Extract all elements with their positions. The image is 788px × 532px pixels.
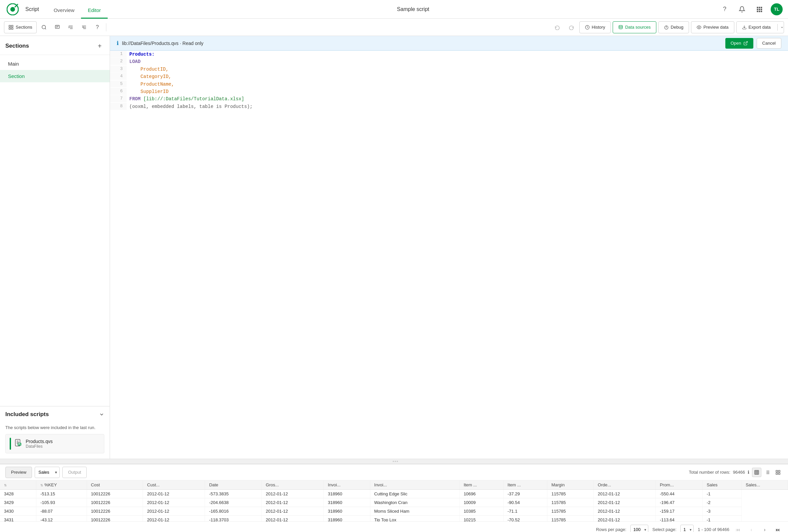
readonly-cancel-button[interactable]: Cancel [757, 38, 781, 49]
table-cell-2-7: Moms Sliced Ham [370, 507, 459, 516]
preview-button[interactable]: Preview [5, 467, 32, 478]
select-page-label: Select page: [652, 527, 676, 532]
table-cell-0-3: 2012-01-12 [143, 490, 205, 498]
indent-icon-btn[interactable] [65, 21, 77, 33]
line-number: 7 [110, 95, 127, 102]
line-code: FROM [lib://:DataFiles/TutorialData.xlsx… [127, 95, 788, 103]
total-rows-value: 96466 [733, 470, 745, 475]
add-section-button[interactable]: + [95, 41, 104, 50]
resize-handle[interactable] [0, 459, 788, 464]
tab-editor[interactable]: Editor [81, 3, 107, 19]
table-cell-1-4: -204.6638 [205, 498, 262, 507]
table-view-icons [752, 468, 783, 477]
svg-line-38 [745, 41, 747, 43]
main-layout: Sections + Main Section Included scripts… [0, 36, 788, 459]
rows-per-page-select[interactable]: 100 [630, 525, 648, 532]
table-compact-view-icon[interactable] [752, 468, 761, 477]
script-file-name: Products.qvs [26, 439, 53, 444]
svg-point-40 [395, 461, 396, 462]
table-cell-1-5: 2012-01-12 [262, 498, 324, 507]
table-cell-2-4: -165.8016 [205, 507, 262, 516]
col-header-4: Gros... [262, 480, 324, 490]
table-list-view-icon[interactable] [763, 468, 772, 477]
line-number: 8 [110, 103, 127, 110]
debug-button[interactable]: Debug [658, 21, 689, 33]
help-toolbar-icon[interactable]: ? [91, 21, 103, 33]
table-cell-0-7: Cutting Edge Slic [370, 490, 459, 498]
script-title: Sample script [113, 6, 713, 12]
rows-per-page-select-wrapper: 100 [630, 525, 648, 532]
undo-icon-btn[interactable] [551, 21, 563, 33]
code-editor[interactable]: 1Products:2LOAD3 ProductID,4 CategoryID,… [110, 50, 788, 459]
table-cell-0-13: -1 [702, 490, 741, 498]
sidebar-sections-header: Sections + [0, 36, 110, 55]
nav-right: ? TL [719, 3, 783, 15]
grid-icon[interactable] [753, 3, 765, 15]
code-line-5: 5 ProductName, [110, 81, 788, 88]
table-cell-2-3: 2012-01-12 [143, 507, 205, 516]
avatar[interactable]: TL [771, 3, 783, 15]
sidebar-item-section[interactable]: Section [0, 70, 110, 82]
script-file-item[interactable]: Products.qvs DataFiles [5, 434, 104, 453]
script-file-icon [14, 439, 22, 449]
table-row: 3431-43.12100122262012-01-12-118.3703201… [0, 516, 788, 522]
tab-overview[interactable]: Overview [47, 3, 81, 19]
sections-button[interactable]: Sections [4, 21, 37, 33]
table-cell-0-8: 10696 [459, 490, 503, 498]
line-number: 2 [110, 58, 127, 65]
sidebar-item-main[interactable]: Main [0, 58, 110, 70]
history-button[interactable]: History [579, 21, 611, 33]
code-line-8: 8(ooxml, embedded labels, table is Produ… [110, 103, 788, 110]
top-nav: Script Overview Editor Sample script ? T… [0, 0, 788, 19]
page-select[interactable]: 1 [680, 525, 694, 532]
svg-rect-4 [759, 7, 760, 8]
included-scripts-desc: The scripts below were included in the l… [5, 425, 104, 430]
comment-icon-btn[interactable] [51, 21, 63, 33]
bell-icon[interactable] [736, 3, 748, 15]
svg-rect-18 [55, 25, 59, 28]
readonly-open-button[interactable]: Open [725, 38, 753, 49]
export-data-button[interactable]: Export data [737, 22, 776, 33]
help-icon[interactable]: ? [719, 3, 731, 15]
table-cell-2-11: 2012-01-12 [594, 507, 656, 516]
table-cell-2-8: 10385 [459, 507, 503, 516]
data-table-container[interactable]: ⇅⇅%KEYCostCust...DateGros...Invoi...Invo… [0, 480, 788, 521]
preview-data-button[interactable]: Preview data [691, 21, 734, 33]
table-cell-0-10: 115785 [547, 490, 594, 498]
line-code: Products: [127, 50, 788, 58]
first-page-button[interactable]: ⏮ [733, 525, 743, 532]
last-page-button[interactable]: ⏭ [773, 525, 783, 532]
included-scripts-header[interactable]: Included scripts [0, 406, 110, 423]
table-cell-2-0: 3430 [0, 507, 36, 516]
code-line-4: 4 CategoryID, [110, 73, 788, 80]
svg-point-28 [619, 25, 623, 27]
preview-right: Total number of rows: 96466 ℹ [689, 468, 783, 477]
table-cell-2-5: 2012-01-12 [262, 507, 324, 516]
table-cell-3-7: Tip Top Lox [370, 516, 459, 522]
table-cell-1-12: -196.47 [656, 498, 703, 507]
editor-area: ℹ lib://DataFiles/Products.qvs · Read on… [110, 36, 788, 459]
readonly-info-icon: ℹ [117, 40, 119, 46]
table-grid-view-icon[interactable] [773, 468, 783, 477]
table-cell-0-2: 10012226 [87, 490, 143, 498]
table-select[interactable]: Sales [35, 467, 60, 478]
svg-rect-56 [778, 473, 780, 474]
search-icon-btn[interactable] [38, 21, 50, 33]
redo-icon-btn[interactable] [565, 21, 577, 33]
data-sources-button[interactable]: Data sources [613, 21, 656, 33]
prev-page-button[interactable]: ‹ [747, 525, 756, 532]
line-code: LOAD [127, 58, 788, 65]
outdent-icon-btn[interactable] [78, 21, 90, 33]
preview-toolbar: Preview Sales Output Total number of row… [0, 464, 788, 480]
export-dropdown-arrow[interactable] [777, 24, 784, 30]
table-cell-3-13: -1 [702, 516, 741, 522]
table-cell-1-1: -105.93 [36, 498, 87, 507]
line-code: ProductName, [127, 81, 788, 88]
line-code: SupplierID [127, 88, 788, 95]
toolbar: Sections ? [0, 19, 788, 36]
svg-rect-7 [759, 9, 760, 10]
svg-rect-12 [9, 25, 11, 27]
output-button[interactable]: Output [62, 467, 87, 478]
table-row: 3428-513.15100122262012-01-12-573.383520… [0, 490, 788, 498]
next-page-button[interactable]: › [760, 525, 769, 532]
